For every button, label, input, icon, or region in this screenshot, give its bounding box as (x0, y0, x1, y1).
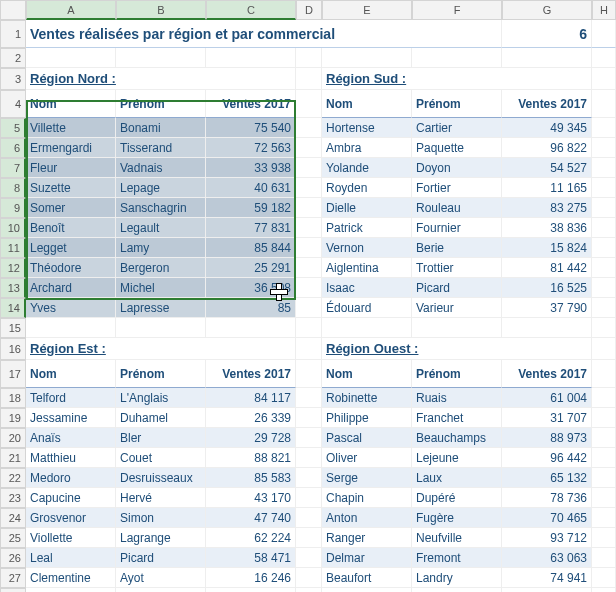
cell-ventes[interactable]: 85 (206, 298, 296, 318)
region-title-est[interactable]: Région Est : (26, 338, 296, 360)
cell-prenom[interactable]: Tisserand (116, 138, 206, 158)
col-header-G[interactable]: G (502, 0, 592, 20)
cell-ventes[interactable]: 11 165 (502, 178, 592, 198)
cell-nom[interactable]: Royden (322, 178, 412, 198)
cell-ventes[interactable]: 49 345 (502, 118, 592, 138)
cell-ventes[interactable]: 88 973 (502, 428, 592, 448)
row-header-16[interactable]: 16 (0, 338, 26, 360)
cell-ventes[interactable]: 47 740 (206, 508, 296, 528)
cell-nom[interactable]: Aiglentina (322, 258, 412, 278)
cell-ventes[interactable]: 36 508 (206, 278, 296, 298)
cell-ventes[interactable]: 43 170 (206, 488, 296, 508)
row-header-12[interactable]: 12 (0, 258, 26, 278)
cell-nom[interactable]: Leal (26, 548, 116, 568)
cell-prenom[interactable]: Ruais (412, 388, 502, 408)
cell-nom[interactable]: Hortense (322, 118, 412, 138)
cell-nom[interactable]: Isaac (322, 278, 412, 298)
cell-ventes[interactable]: 15 824 (502, 238, 592, 258)
cell-prenom[interactable]: Fugère (412, 508, 502, 528)
th-ventes[interactable]: Ventes 2017 (502, 90, 592, 118)
cell-ventes[interactable]: 54 527 (502, 158, 592, 178)
cell-ventes[interactable]: 96 822 (502, 138, 592, 158)
col-header-D[interactable]: D (296, 0, 322, 20)
row-header-7[interactable]: 7 (0, 158, 26, 178)
col-header-B[interactable]: B (116, 0, 206, 20)
cell-nom[interactable]: Philippe (322, 408, 412, 428)
cell-nom[interactable]: Grosvenor (26, 508, 116, 528)
row-header-22[interactable]: 22 (0, 468, 26, 488)
cell-nom[interactable]: Serge (322, 468, 412, 488)
row-header-17[interactable]: 17 (0, 360, 26, 388)
cell-nom[interactable]: Archard (26, 278, 116, 298)
cell-prenom[interactable]: Franchet (412, 408, 502, 428)
cell-prenom[interactable]: Cartier (412, 118, 502, 138)
row-header-28[interactable]: 28 (0, 588, 26, 592)
cell-nom[interactable]: Capucine (26, 488, 116, 508)
cell-ventes[interactable]: 75 540 (206, 118, 296, 138)
cell-prenom[interactable]: Ayot (116, 568, 206, 588)
cell-nom[interactable]: Beaufort (322, 568, 412, 588)
cell-ventes[interactable]: 78 736 (502, 488, 592, 508)
cell-prenom[interactable]: Bergeron (116, 258, 206, 278)
cell-ventes[interactable]: 40 631 (206, 178, 296, 198)
cell-ventes[interactable]: 70 465 (502, 508, 592, 528)
cell-ventes[interactable]: 33 938 (206, 158, 296, 178)
page-title[interactable]: Ventes réalisées par région et par comme… (26, 20, 502, 48)
cell-prenom[interactable]: Simon (116, 508, 206, 528)
cell-prenom[interactable]: Couet (116, 448, 206, 468)
cell-nom[interactable]: Telford (26, 388, 116, 408)
cell-nom[interactable]: Viollette (26, 528, 116, 548)
cell-prenom[interactable]: Varieur (412, 298, 502, 318)
cell-prenom[interactable]: Neufville (412, 528, 502, 548)
th-nom[interactable]: Nom (322, 90, 412, 118)
cell-prenom[interactable]: Hervé (116, 488, 206, 508)
col-header-H[interactable]: H (592, 0, 616, 20)
cell-nom[interactable]: Oliver (322, 448, 412, 468)
col-header-E[interactable]: E (322, 0, 412, 20)
cell-ventes[interactable]: 25 291 (206, 258, 296, 278)
cell-ventes[interactable]: 74 941 (502, 568, 592, 588)
cell-prenom[interactable]: Lagrange (116, 528, 206, 548)
corner-cell[interactable] (0, 0, 26, 20)
cell-prenom[interactable]: Fortier (412, 178, 502, 198)
spreadsheet-grid[interactable]: ABCDEFGH1Ventes réalisées par région et … (0, 0, 616, 592)
cell-prenom[interactable]: Desruisseaux (116, 468, 206, 488)
cell-prenom[interactable]: Rouleau (412, 198, 502, 218)
cell-nom[interactable]: Édouard (322, 298, 412, 318)
cell-nom[interactable]: Villette (26, 118, 116, 138)
region-title-nord[interactable]: Région Nord : (26, 68, 296, 90)
cell-prenom[interactable]: Dupéré (412, 488, 502, 508)
cell-nom[interactable]: Ranger (322, 528, 412, 548)
th-prenom[interactable]: Prénom (116, 90, 206, 118)
th-prenom[interactable]: Prénom (116, 360, 206, 388)
cell-nom[interactable]: Benoît (26, 218, 116, 238)
cell-ventes[interactable]: 93 712 (502, 528, 592, 548)
row-header-23[interactable]: 23 (0, 488, 26, 508)
cell-ventes[interactable]: 85 583 (206, 468, 296, 488)
cell-nom[interactable]: Anton (322, 508, 412, 528)
row-header-27[interactable]: 27 (0, 568, 26, 588)
cell-prenom[interactable]: Bonami (116, 118, 206, 138)
row-header-10[interactable]: 10 (0, 218, 26, 238)
cell-nom[interactable]: Théodore (26, 258, 116, 278)
row-header-8[interactable]: 8 (0, 178, 26, 198)
cell-prenom[interactable]: Legault (116, 218, 206, 238)
row-header-13[interactable]: 13 (0, 278, 26, 298)
row-header-18[interactable]: 18 (0, 388, 26, 408)
title-count[interactable]: 6 (502, 20, 592, 48)
cell-ventes[interactable]: 65 132 (502, 468, 592, 488)
cell-ventes[interactable]: 81 442 (502, 258, 592, 278)
cell-prenom[interactable]: Lapresse (116, 298, 206, 318)
cell-ventes[interactable]: 84 117 (206, 388, 296, 408)
cell-nom[interactable]: Yves (26, 298, 116, 318)
row-header-11[interactable]: 11 (0, 238, 26, 258)
cell-nom[interactable]: Anaïs (26, 428, 116, 448)
region-title-sud[interactable]: Région Sud : (322, 68, 592, 90)
cell-nom[interactable]: Delmar (322, 548, 412, 568)
cell-prenom[interactable]: Lejeune (412, 448, 502, 468)
cell-ventes[interactable]: 88 821 (206, 448, 296, 468)
row-header-5[interactable]: 5 (0, 118, 26, 138)
row-header-26[interactable]: 26 (0, 548, 26, 568)
cell-prenom[interactable]: Lepage (116, 178, 206, 198)
cell-prenom[interactable]: Beauchamps (412, 428, 502, 448)
